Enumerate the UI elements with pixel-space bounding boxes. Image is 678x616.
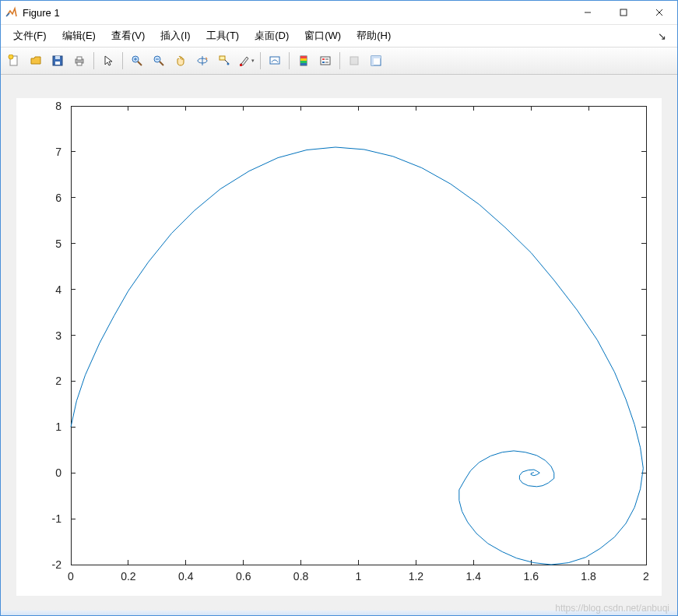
svg-rect-19	[300, 61, 307, 63]
toolbar: ▾	[1, 47, 677, 75]
menu-desktop[interactable]: 桌面(D)	[247, 26, 297, 46]
svg-rect-0	[620, 9, 627, 16]
svg-text:7: 7	[55, 146, 61, 158]
svg-text:0.4: 0.4	[178, 570, 194, 583]
axes-background: 00.20.40.60.811.21.41.61.82-2-1012345678	[16, 98, 662, 596]
svg-text:0.6: 0.6	[236, 570, 251, 583]
menubar: 文件(F) 编辑(E) 查看(V) 插入(I) 工具(T) 桌面(D) 窗口(W…	[1, 24, 677, 47]
show-plot-tools-button[interactable]	[366, 51, 386, 71]
svg-rect-4	[55, 62, 60, 65]
toolbar-separator	[260, 52, 261, 69]
toolbar-separator	[289, 52, 290, 69]
svg-text:1: 1	[55, 421, 61, 433]
dock-icon[interactable]: ↘	[652, 27, 673, 45]
svg-text:0.2: 0.2	[121, 570, 136, 583]
svg-text:-2: -2	[52, 558, 62, 571]
axes[interactable]: 00.20.40.60.811.21.41.61.82-2-1012345678	[16, 98, 662, 596]
svg-rect-21	[321, 57, 330, 65]
svg-text:2: 2	[643, 570, 649, 583]
svg-text:2: 2	[55, 375, 61, 387]
toolbar-separator	[93, 52, 94, 69]
svg-text:1.2: 1.2	[409, 570, 424, 583]
svg-rect-8	[77, 62, 82, 65]
toolbar-separator	[122, 52, 123, 69]
menu-tools[interactable]: 工具(T)	[198, 26, 248, 46]
svg-text:0: 0	[68, 570, 74, 583]
rotate-3d-button[interactable]	[192, 51, 213, 71]
menu-insert[interactable]: 插入(I)	[153, 26, 198, 46]
svg-text:5: 5	[55, 238, 61, 250]
hide-plot-tools-button[interactable]	[344, 51, 364, 71]
svg-text:1.6: 1.6	[523, 570, 539, 583]
svg-text:3: 3	[55, 329, 61, 342]
titlebar[interactable]: Figure 1	[1, 1, 677, 24]
svg-rect-20	[300, 63, 307, 65]
svg-text:0: 0	[55, 466, 61, 479]
svg-rect-29	[371, 56, 381, 58]
figure-canvas[interactable]: 00.20.40.60.811.21.41.61.82-2-1012345678…	[1, 75, 677, 615]
zoom-in-button[interactable]	[127, 51, 147, 71]
menu-view[interactable]: 查看(V)	[104, 26, 153, 46]
link-plot-button[interactable]	[265, 51, 285, 71]
pan-button[interactable]	[170, 51, 191, 71]
figure-window: Figure 1 文件(F) 编辑(E) 查看(V) 插入(I) 工具(T) 桌…	[0, 0, 678, 616]
print-button[interactable]	[69, 51, 90, 71]
svg-rect-22	[322, 58, 325, 60]
svg-rect-17	[300, 56, 307, 58]
svg-rect-5	[55, 56, 60, 59]
window-title: Figure 1	[23, 7, 60, 19]
menu-file[interactable]: 文件(F)	[5, 26, 54, 46]
svg-text:0.8: 0.8	[293, 570, 309, 583]
menu-edit[interactable]: 编辑(E)	[54, 26, 104, 46]
svg-text:1.8: 1.8	[581, 570, 596, 583]
svg-text:6: 6	[55, 192, 61, 204]
svg-text:8: 8	[55, 100, 61, 112]
toolbar-separator	[339, 52, 340, 69]
matlab-icon	[5, 6, 18, 19]
legend-button[interactable]	[315, 51, 335, 71]
svg-text:1.4: 1.4	[466, 570, 482, 583]
maximize-button[interactable]	[606, 1, 641, 24]
pointer-button[interactable]	[98, 51, 118, 71]
svg-text:1: 1	[356, 570, 362, 583]
minimize-button[interactable]	[570, 1, 606, 24]
svg-point-2	[9, 55, 13, 59]
brush-button[interactable]: ▾	[236, 51, 256, 71]
menu-window[interactable]: 窗口(W)	[297, 26, 349, 46]
menu-help[interactable]: 帮助(H)	[349, 26, 399, 46]
bottom-edge	[1, 611, 677, 615]
svg-text:4: 4	[55, 283, 61, 296]
new-figure-button[interactable]	[4, 51, 24, 71]
svg-text:-1: -1	[52, 512, 62, 525]
colorbar-button[interactable]	[293, 51, 314, 71]
svg-rect-7	[77, 57, 82, 60]
svg-rect-30	[71, 106, 646, 565]
svg-point-13	[227, 63, 230, 65]
data-cursor-button[interactable]	[214, 51, 234, 71]
open-button[interactable]	[26, 51, 46, 71]
svg-rect-12	[220, 56, 225, 60]
save-button[interactable]	[47, 51, 68, 71]
svg-rect-14	[240, 64, 242, 66]
svg-rect-23	[322, 62, 325, 63]
close-button[interactable]	[641, 1, 677, 24]
zoom-out-button[interactable]	[149, 51, 169, 71]
svg-rect-18	[300, 58, 307, 61]
svg-rect-26	[350, 57, 358, 65]
